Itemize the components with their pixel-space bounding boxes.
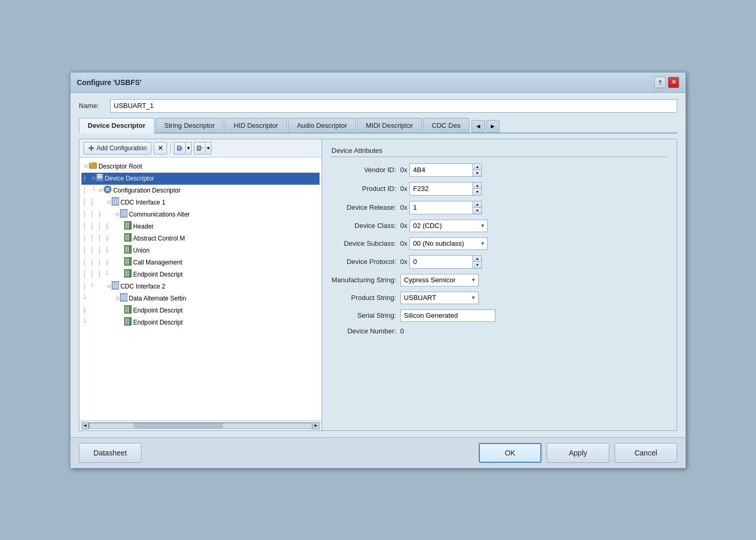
delete-button[interactable]: ✕ bbox=[153, 142, 167, 154]
svg-rect-34 bbox=[125, 246, 127, 253]
tree-toolbar: ✚ Add Configuration ✕ bbox=[79, 139, 322, 158]
device-release-down[interactable]: ▼ bbox=[473, 208, 481, 214]
tab-midi-descriptor[interactable]: MIDI Descriptor bbox=[357, 118, 422, 133]
device-class-label: Device Class: bbox=[332, 222, 396, 230]
tab-nav-back[interactable]: ◄ bbox=[471, 120, 485, 133]
device-release-row: 0x ▲ ▼ bbox=[400, 201, 667, 214]
tree-expander[interactable]: ⊟ bbox=[108, 198, 111, 207]
vendor-id-spinbox[interactable]: ▲ ▼ bbox=[409, 163, 482, 177]
tab-audio-descriptor[interactable]: Audio Descriptor bbox=[288, 118, 356, 133]
dropdown-arrow-icon: ▼ bbox=[471, 277, 476, 283]
product-id-input[interactable] bbox=[410, 183, 473, 195]
device-release-input[interactable] bbox=[410, 201, 473, 214]
scroll-right-btn[interactable]: ► bbox=[312, 422, 320, 429]
import-dropdown-arrow[interactable]: ▼ bbox=[185, 142, 192, 154]
export-button[interactable]: ▼ bbox=[194, 142, 211, 154]
help-button[interactable]: ? bbox=[654, 77, 666, 88]
tree-row[interactable]: │ └ ⊟ CDC Interface 2 bbox=[81, 281, 320, 293]
device-class-dropdown[interactable]: 02 (CDC) ▼ bbox=[409, 220, 488, 232]
vendor-id-row: 0x ▲ ▼ bbox=[400, 163, 667, 177]
device-protocol-spinbox[interactable]: ▲ ▼ bbox=[409, 255, 482, 269]
svg-rect-48 bbox=[123, 294, 125, 301]
product-id-row: 0x ▲ ▼ bbox=[400, 182, 667, 196]
device-protocol-up[interactable]: ▲ bbox=[473, 256, 481, 262]
svg-point-18 bbox=[107, 188, 108, 190]
tree-row[interactable]: └ ⊟ Data Alternate Settin bbox=[81, 293, 320, 305]
product-id-spinbox[interactable]: ▲ ▼ bbox=[409, 182, 482, 196]
svg-rect-15 bbox=[97, 177, 102, 178]
serial-string-row bbox=[400, 309, 667, 322]
tree-row[interactable]: └ Endpoint Descript bbox=[81, 317, 320, 329]
serial-string-input[interactable] bbox=[400, 309, 495, 322]
export-dropdown-arrow[interactable]: ▼ bbox=[205, 142, 211, 154]
svg-rect-21 bbox=[115, 198, 116, 205]
tabs-row: Device Descriptor String Descriptor HID … bbox=[79, 118, 677, 134]
ok-button[interactable]: OK bbox=[479, 443, 541, 463]
device-release-up[interactable]: ▲ bbox=[473, 201, 481, 208]
product-string-dropdown[interactable]: USBUART ▼ bbox=[400, 292, 479, 304]
tree-row[interactable]: │ │ │ ├ Union bbox=[81, 245, 320, 257]
close-button[interactable]: ✕ bbox=[668, 77, 679, 88]
cancel-button[interactable]: Cancel bbox=[615, 443, 677, 463]
tree-expander[interactable]: ⊟ bbox=[116, 210, 120, 219]
product-id-down[interactable]: ▼ bbox=[473, 189, 481, 195]
tree-row[interactable]: │ │ │ ├ Abstract Control M bbox=[81, 233, 320, 245]
vendor-id-input[interactable] bbox=[410, 164, 473, 176]
device-subclass-dropdown[interactable]: 00 (No subclass) ▼ bbox=[409, 237, 488, 250]
device-release-spinbox[interactable]: ▲ ▼ bbox=[409, 201, 482, 214]
tree-content[interactable]: ⊟ Descriptor Root ├ ⊟ Device Descript bbox=[79, 158, 322, 421]
mfg-string-row: Cypress Semicor ▼ bbox=[400, 274, 667, 286]
svg-rect-40 bbox=[125, 270, 127, 277]
mfg-string-dropdown[interactable]: Cypress Semicor ▼ bbox=[400, 274, 479, 286]
datasheet-button[interactable]: Datasheet bbox=[79, 443, 141, 463]
tab-nav-forward[interactable]: ► bbox=[486, 120, 500, 133]
tree-expander[interactable]: ⊟ bbox=[92, 174, 96, 183]
svg-rect-25 bbox=[123, 210, 125, 217]
tree-row[interactable]: │ │ ├ ⊟ Communications Alter bbox=[81, 209, 320, 221]
device-protocol-down[interactable]: ▼ bbox=[473, 262, 481, 268]
device-protocol-prefix: 0x bbox=[400, 258, 408, 266]
tree-row[interactable]: │ │ │ └ Endpoint Descript bbox=[81, 269, 320, 281]
add-configuration-button[interactable]: ✚ Add Configuration bbox=[84, 142, 151, 154]
tree-row[interactable]: ├ ⊟ Device Descriptor bbox=[81, 173, 320, 185]
import-button[interactable]: ▼ bbox=[174, 142, 192, 154]
svg-rect-28 bbox=[125, 222, 127, 229]
name-input[interactable] bbox=[110, 99, 677, 113]
tree-scrollbar-row: ◄ ► bbox=[79, 421, 322, 430]
tree-row[interactable]: │ ├ ⊟ CDC Interface 1 bbox=[81, 197, 320, 209]
product-id-label: Product ID: bbox=[332, 185, 396, 193]
svg-rect-43 bbox=[113, 282, 114, 289]
vendor-id-down[interactable]: ▼ bbox=[473, 170, 481, 176]
scroll-left-btn[interactable]: ◄ bbox=[81, 422, 89, 429]
tree-expander[interactable]: ⊟ bbox=[85, 162, 88, 171]
vendor-id-up[interactable]: ▲ bbox=[473, 164, 481, 170]
right-panel: Device Attributes Vendor ID: 0x ▲ ▼ bbox=[322, 139, 677, 430]
tree-expander[interactable]: ⊟ bbox=[116, 294, 120, 303]
tree-item-label: Endpoint Descript bbox=[133, 270, 183, 279]
main-content: ✚ Add Configuration ✕ bbox=[79, 139, 677, 431]
svg-rect-3 bbox=[178, 149, 180, 149]
device-protocol-spin-btns: ▲ ▼ bbox=[473, 256, 481, 268]
tree-row[interactable]: ├ Endpoint Descript bbox=[81, 305, 320, 317]
tree-row[interactable]: │ └ ⊟ Configuration Descriptor bbox=[81, 185, 320, 197]
tree-row[interactable]: │ │ │ ├ Header bbox=[81, 221, 320, 233]
tree-expander[interactable]: ⊟ bbox=[108, 282, 111, 291]
svg-rect-8 bbox=[198, 149, 200, 149]
title-bar: Configure 'USBFS' ? ✕ bbox=[70, 73, 686, 93]
tree-item-label: Endpoint Descript bbox=[133, 306, 183, 315]
horizontal-scrollbar[interactable] bbox=[89, 423, 312, 429]
tree-row[interactable]: │ │ │ ├ Call Management bbox=[81, 257, 320, 269]
product-string-row: USBUART ▼ bbox=[400, 292, 667, 304]
device-subclass-row: 0x 00 (No subclass) ▼ bbox=[400, 237, 667, 250]
apply-button[interactable]: Apply bbox=[547, 443, 609, 463]
tab-hid-descriptor[interactable]: HID Descriptor bbox=[225, 118, 287, 133]
tab-cdc-descriptor[interactable]: CDC Des bbox=[423, 118, 469, 133]
tab-string-descriptor[interactable]: String Descriptor bbox=[156, 118, 224, 133]
tree-row[interactable]: ⊟ Descriptor Root bbox=[81, 161, 320, 173]
svg-rect-26 bbox=[125, 210, 127, 217]
tab-device-descriptor[interactable]: Device Descriptor bbox=[79, 118, 155, 134]
device-protocol-input[interactable] bbox=[410, 256, 473, 268]
svg-rect-44 bbox=[115, 282, 116, 289]
tree-expander[interactable]: ⊟ bbox=[99, 186, 103, 195]
product-id-up[interactable]: ▲ bbox=[473, 183, 481, 189]
